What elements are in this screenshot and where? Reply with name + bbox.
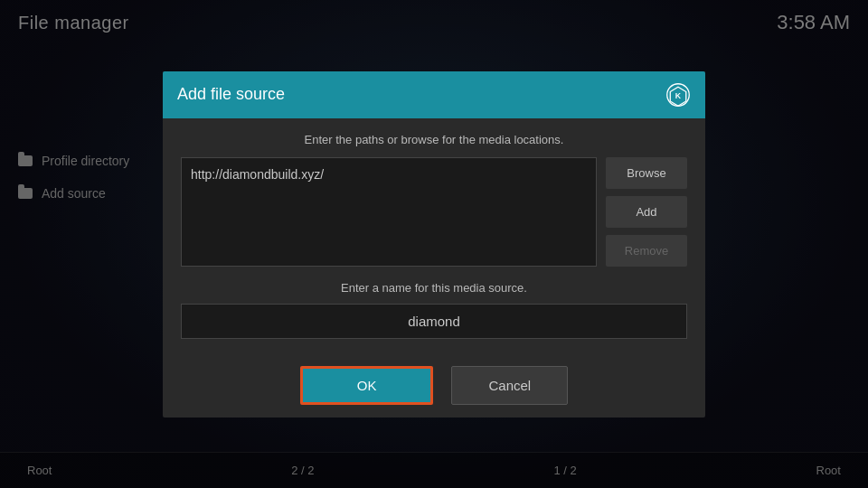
svg-text:K: K (675, 91, 682, 100)
url-input[interactable] (181, 157, 597, 267)
kodi-logo-icon: K (665, 82, 691, 108)
ok-button[interactable]: OK (300, 366, 434, 405)
dialog-title: Add file source (177, 85, 285, 104)
name-instruction: Enter a name for this media source. (181, 281, 687, 295)
modal-overlay: Add file source K Enter the paths or bro… (0, 0, 868, 488)
remove-button[interactable]: Remove (606, 235, 687, 267)
dialog-body: Enter the paths or browse for the media … (163, 118, 705, 353)
browse-button[interactable]: Browse (606, 157, 687, 189)
add-file-source-dialog: Add file source K Enter the paths or bro… (163, 71, 705, 418)
media-source-name-input[interactable] (181, 304, 687, 339)
url-section: Browse Add Remove (181, 157, 687, 267)
cancel-button[interactable]: Cancel (451, 366, 568, 405)
dialog-footer: OK Cancel (163, 353, 705, 418)
add-button[interactable]: Add (606, 196, 687, 228)
url-buttons: Browse Add Remove (606, 157, 687, 267)
dialog-header: Add file source K (163, 71, 705, 118)
dialog-instruction: Enter the paths or browse for the media … (181, 133, 687, 146)
